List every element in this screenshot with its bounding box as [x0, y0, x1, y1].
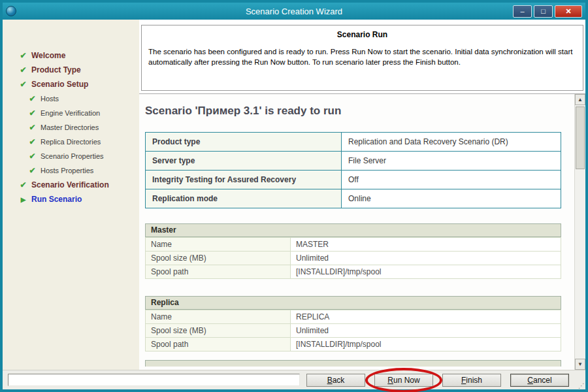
close-icon: ✕ — [565, 8, 571, 15]
vertical-scrollbar[interactable]: ▲ ▼ — [574, 94, 585, 370]
check-icon: ✔ — [27, 94, 37, 103]
footer-buttons: BackRun NowFinishCancel — [306, 374, 569, 387]
wizard-step-product-type[interactable]: ✔Product Type — [3, 63, 139, 77]
wizard-step-label: Scenario Properties — [41, 152, 104, 160]
replica-row-name: NameREPLICA — [146, 310, 561, 324]
summary-row-value: Replication and Data Recovery Scenario (… — [342, 133, 561, 152]
master-section-header: Master — [145, 223, 561, 237]
resize-grip[interactable]: ⋰ — [578, 382, 584, 389]
scroll-down-arrow-icon: ▼ — [578, 361, 583, 367]
host-row-value: Unlimited — [291, 324, 561, 338]
host-row-value: MASTER — [291, 238, 561, 252]
master-section: MasterNameMASTERSpool size (MB)Unlimited… — [145, 223, 561, 279]
wizard-step-engine-verification[interactable]: ✔Engine Verification — [3, 106, 139, 120]
info-panel: Scenario Run The scenario has been confi… — [141, 25, 583, 91]
scenario-summary-content: Scenario 'Пример 3.1' is ready to run Pr… — [139, 94, 574, 370]
replica-section: ReplicaNameREPLICASpool size (MB)Unlimit… — [145, 296, 561, 351]
check-icon: ✔ — [18, 180, 28, 189]
master-table: NameMASTERSpool size (MB)UnlimitedSpool … — [145, 237, 561, 279]
wizard-sidebar: ✔Welcome✔Product Type✔Scenario Setup✔Hos… — [3, 20, 139, 370]
check-icon: ✔ — [18, 51, 28, 60]
host-row-value: REPLICA — [291, 310, 561, 324]
host-row-label: Name — [146, 310, 291, 324]
wizard-step-replica-directories[interactable]: ✔Replica Directories — [3, 135, 139, 149]
check-icon: ✔ — [27, 166, 37, 175]
check-icon: ✔ — [27, 123, 37, 132]
master-row-spool-path: Spool path[INSTALLDIR]/tmp/spool — [146, 265, 561, 279]
summary-row-value: Off — [342, 171, 561, 189]
current-step-arrow-icon: ▶ — [18, 196, 28, 203]
wizard-step-label: Master Directories — [41, 123, 99, 131]
finish-button[interactable]: Finish — [442, 374, 501, 387]
wizard-step-scenario-setup[interactable]: ✔Scenario Setup — [3, 77, 139, 91]
scenario-creation-wizard-window: Scenario Creation Wizard – □ ✕ ✔Welcome✔… — [0, 0, 588, 392]
back-button[interactable]: Back — [306, 374, 365, 387]
cancel-button[interactable]: Cancel — [510, 374, 569, 387]
wizard-step-label: Welcome — [31, 51, 65, 60]
replica-row-spool-path: Spool path[INSTALLDIR]/tmp/spool — [146, 338, 561, 351]
replica-table: NameREPLICASpool size (MB)UnlimitedSpool… — [145, 310, 561, 351]
wizard-step-master-directories[interactable]: ✔Master Directories — [3, 120, 139, 135]
scrollbar-thumb[interactable] — [576, 106, 585, 169]
info-panel-description: The scenario has been configured and is … — [148, 46, 576, 67]
scroll-up-button[interactable]: ▲ — [575, 94, 585, 105]
wizard-step-label: Engine Verification — [41, 109, 100, 117]
wizard-step-label: Hosts — [41, 95, 59, 103]
wizard-step-run-scenario[interactable]: ▶Run Scenario — [3, 192, 139, 206]
wizard-step-scenario-verification[interactable]: ✔Scenario Verification — [3, 178, 139, 192]
check-icon: ✔ — [27, 108, 37, 118]
scrollbar-track[interactable] — [575, 171, 585, 359]
host-row-label: Spool path — [146, 265, 291, 279]
host-row-label: Name — [146, 238, 291, 252]
summary-row-replication-mode: Replication modeOnline — [146, 189, 561, 208]
host-row-label: Spool path — [146, 338, 291, 351]
summary-row-label: Product type — [146, 133, 342, 152]
wizard-step-hosts[interactable]: ✔Hosts — [3, 91, 139, 106]
check-icon: ✔ — [18, 80, 28, 89]
summary-row-label: Integrity Testing for Assured Recovery — [146, 171, 342, 189]
check-icon: ✔ — [27, 152, 37, 161]
info-panel-title: Scenario Run — [148, 30, 576, 39]
wizard-step-label: Scenario Verification — [31, 180, 109, 189]
maximize-button[interactable]: □ — [534, 5, 553, 18]
host-row-value: Unlimited — [291, 252, 561, 265]
wizard-step-hosts-properties[interactable]: ✔Hosts Properties — [3, 163, 139, 178]
master-row-name: NameMASTER — [146, 238, 561, 252]
footer-bar: BackRun NowFinishCancel ⋰ — [3, 370, 585, 389]
minimize-icon: – — [520, 8, 524, 15]
host-row-value: [INSTALLDIR]/tmp/spool — [291, 265, 561, 279]
window-title: Scenario Creation Wizard — [3, 7, 585, 16]
title-bar[interactable]: Scenario Creation Wizard – □ ✕ — [3, 3, 585, 20]
wizard-step-scenario-properties[interactable]: ✔Scenario Properties — [3, 149, 139, 163]
replica-row-spool-size-mb: Spool size (MB)Unlimited — [146, 324, 561, 338]
host-row-label: Spool size (MB) — [146, 252, 291, 265]
check-icon: ✔ — [18, 65, 28, 74]
summary-row-product-type: Product typeReplication and Data Recover… — [146, 133, 561, 152]
summary-row-value: File Server — [342, 152, 561, 171]
app-logo-icon — [6, 6, 16, 16]
host-tables: MasterNameMASTERSpool size (MB)Unlimited… — [145, 223, 561, 351]
content-heading: Scenario 'Пример 3.1' is ready to run — [145, 105, 561, 118]
scroll-down-button[interactable]: ▼ — [575, 359, 585, 370]
close-button[interactable]: ✕ — [555, 5, 582, 18]
next-section-partial-band — [145, 360, 561, 367]
replica-section-header: Replica — [145, 296, 561, 310]
wizard-step-welcome[interactable]: ✔Welcome — [3, 48, 139, 63]
host-row-label: Spool size (MB) — [146, 324, 291, 338]
run-now-highlight-wrap: Run Now — [374, 374, 433, 387]
info-panel-wrap: Scenario Run The scenario has been confi… — [139, 20, 585, 94]
wizard-step-label: Hosts Properties — [41, 167, 93, 174]
main-panel: Scenario Run The scenario has been confi… — [139, 20, 585, 370]
summary-table-body: Product typeReplication and Data Recover… — [146, 133, 561, 208]
wizard-step-label: Run Scenario — [31, 195, 82, 204]
summary-row-label: Server type — [146, 152, 342, 171]
summary-row-server-type: Server typeFile Server — [146, 152, 561, 171]
wizard-step-label: Scenario Setup — [31, 80, 88, 89]
window-body: ✔Welcome✔Product Type✔Scenario Setup✔Hos… — [3, 20, 585, 370]
minimize-button[interactable]: – — [513, 5, 532, 18]
master-table-body: NameMASTERSpool size (MB)UnlimitedSpool … — [146, 238, 561, 279]
master-row-spool-size-mb: Spool size (MB)Unlimited — [146, 252, 561, 265]
summary-table: Product typeReplication and Data Recover… — [145, 132, 561, 208]
summary-row-label: Replication mode — [146, 189, 342, 208]
run-now-button[interactable]: Run Now — [374, 374, 433, 387]
